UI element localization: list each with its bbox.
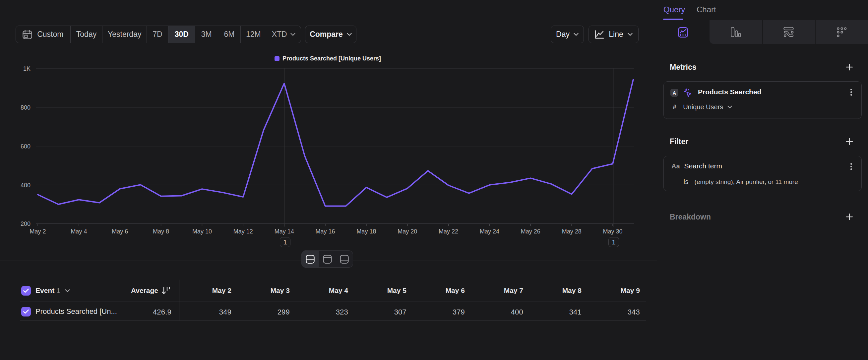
svg-text:1K: 1K <box>23 65 31 72</box>
svg-text:May 2: May 2 <box>30 228 46 235</box>
svg-text:200: 200 <box>21 221 31 227</box>
svg-text:May 6: May 6 <box>112 228 128 235</box>
svg-text:May 28: May 28 <box>562 228 582 235</box>
svg-text:May 18: May 18 <box>356 228 376 235</box>
svg-text:May 4: May 4 <box>71 228 87 235</box>
svg-text:400: 400 <box>21 182 31 189</box>
svg-text:May 8: May 8 <box>153 228 169 235</box>
svg-text:May 10: May 10 <box>192 228 212 235</box>
svg-text:600: 600 <box>21 143 31 150</box>
svg-text:May 30: May 30 <box>603 228 622 235</box>
svg-text:May 24: May 24 <box>480 228 499 235</box>
svg-text:May 12: May 12 <box>234 228 253 235</box>
svg-text:May 14: May 14 <box>275 228 294 235</box>
svg-text:May 26: May 26 <box>521 228 540 235</box>
svg-text:May 22: May 22 <box>439 228 458 235</box>
svg-text:800: 800 <box>21 104 31 111</box>
svg-text:May 16: May 16 <box>315 228 335 235</box>
svg-text:May 20: May 20 <box>398 228 417 235</box>
